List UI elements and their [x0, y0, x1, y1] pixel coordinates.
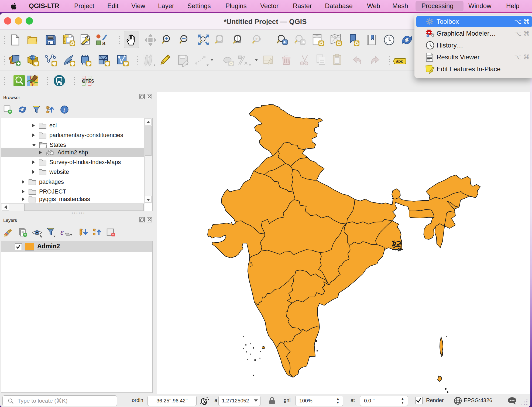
svg-text:abc: abc	[396, 59, 403, 63]
svg-text:a: a	[102, 40, 106, 46]
svg-text:i: i	[63, 107, 65, 113]
svg-text:GTFS: GTFS	[82, 79, 94, 84]
svg-text:(1:1): (1:1)	[255, 37, 261, 40]
svg-text:ε: ε	[60, 228, 64, 236]
